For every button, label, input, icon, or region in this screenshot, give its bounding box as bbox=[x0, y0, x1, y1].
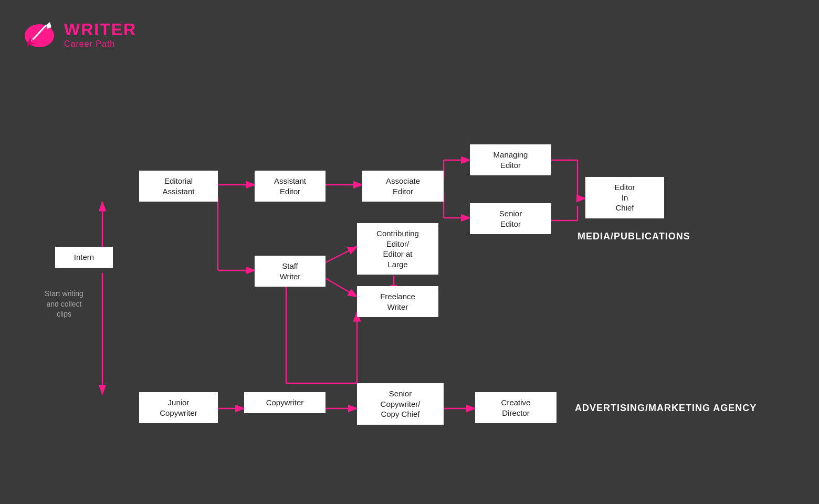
freelance-writer-box: Freelance Writer bbox=[357, 286, 438, 317]
editor-in-chief-box: Editor In Chief bbox=[585, 177, 664, 218]
junior-copywriter-box: Junior Copywriter bbox=[139, 392, 218, 423]
copywriter-box: Copywriter bbox=[244, 392, 326, 413]
managing-editor-box: Managing Editor bbox=[470, 144, 551, 175]
svg-marker-3 bbox=[46, 22, 51, 29]
editorial-assistant-box: Editorial Assistant bbox=[139, 171, 218, 202]
associate-editor-box: Associate Editor bbox=[362, 171, 444, 202]
svg-line-13 bbox=[326, 278, 357, 297]
creative-director-box: Creative Director bbox=[475, 392, 556, 423]
senior-editor-box: Senior Editor bbox=[470, 203, 551, 234]
logo-text: WRITER Career Path bbox=[64, 20, 136, 49]
intern-box: Intern bbox=[55, 247, 113, 268]
logo-career-label: Career Path bbox=[64, 39, 136, 49]
staff-writer-box: Staff Writer bbox=[255, 256, 326, 287]
advertising-label: ADVERTISING/MARKETING AGENCY bbox=[575, 403, 757, 414]
writer-logo-icon bbox=[21, 16, 58, 52]
logo-writer-label: WRITER bbox=[64, 20, 136, 39]
start-note: Start writing and collect clips bbox=[45, 289, 83, 320]
svg-line-12 bbox=[326, 247, 357, 262]
career-diagram: Intern Start writing and collect clips E… bbox=[0, 68, 819, 504]
contributing-editor-box: Contributing Editor/ Editor at Large bbox=[357, 223, 438, 275]
media-publications-label: MEDIA/PUBLICATIONS bbox=[578, 231, 690, 242]
assistant-editor-box: Assistant Editor bbox=[255, 171, 326, 202]
header: WRITER Career Path bbox=[21, 16, 136, 52]
senior-copywriter-box: Senior Copywriter/ Copy Chief bbox=[357, 383, 444, 425]
